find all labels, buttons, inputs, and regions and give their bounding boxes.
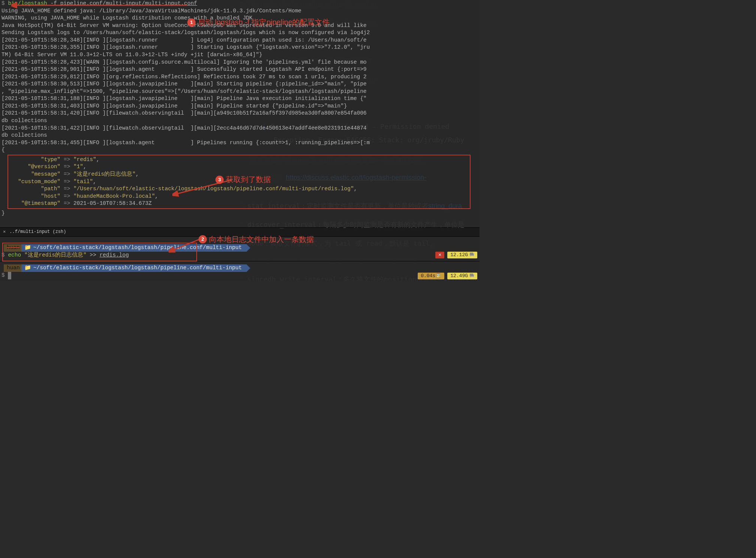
- json-brace: }: [1, 210, 478, 217]
- annotation-badge: 1: [187, 18, 196, 27]
- annotation-1: 1 启动 logstash -f 指定pipeline的配置文件: [187, 17, 330, 27]
- status-memory: 12.49G⛟: [447, 273, 477, 279]
- log-line: , "pipeline.max_inflight"=>1500, "pipeli…: [1, 88, 478, 95]
- log-line: [2021-05-10T15:58:28,348][INFO ][logstas…: [1, 37, 478, 44]
- json-kv-line: "@timestamp" => 2021-05-10T07:58:34.673Z: [8, 200, 470, 207]
- log-line: db collections: [1, 132, 478, 139]
- tab-close-icon[interactable]: ✕: [3, 229, 6, 235]
- tab-title[interactable]: ..f/multi-input (zsh): [9, 229, 66, 235]
- log-line: [2021-05-10T15:58:31,188][INFO ][logstas…: [1, 95, 478, 103]
- cursor-row[interactable]: $: [1, 272, 478, 279]
- log-line: db collections: [1, 117, 478, 125]
- log-line: TM) 64-Bit Server VM 11.0.3+12-LTS on 11…: [1, 51, 478, 59]
- log-line: Sending Logstash logs to /Users/huan/sof…: [1, 29, 478, 37]
- prompt-row: huan 📁~/soft/elastic-stack/logstash/logs…: [1, 264, 478, 272]
- log-line: [2021-05-10T15:58:29,812][INFO ][org.ref…: [1, 73, 478, 81]
- annotation-2: 2 向本地日志文件中加入一条数据: [199, 234, 314, 245]
- prompt-path: 📁~/soft/elastic-stack/logstash/logstash/…: [21, 264, 247, 272]
- json-kv-line: "@version" => "1",: [8, 163, 470, 171]
- log-line: [2021-05-10T15:58:31,455][INFO ][logstas…: [1, 139, 478, 147]
- status-memory: 12.12G⛟: [447, 252, 477, 258]
- prompt-path: 📁~/soft/elastic-stack/logstash/logstash/…: [21, 244, 247, 252]
- log-line: [2021-05-10T15:58:31,420][INFO ][filewat…: [1, 110, 478, 117]
- json-kv-line: "path" => "/Users/huan/soft/elastic-stac…: [8, 185, 470, 193]
- log-line: [2021-05-10T15:58:30,513][INFO ][logstas…: [1, 81, 478, 88]
- log-line: [2021-05-10T15:58:31,403][INFO ][logstas…: [1, 103, 478, 110]
- annotation-3: 3 获取到了数据: [215, 175, 271, 185]
- log-line: Using JAVA_HOME defined java: /Library/J…: [1, 7, 478, 15]
- json-kv-line: "type" => "redis",: [8, 156, 470, 164]
- status-time: 0.04s ⌛: [418, 273, 444, 279]
- log-line: [2021-05-10T15:58:28,901][INFO ][logstas…: [1, 66, 478, 73]
- terminal-top-pane[interactable]: $ bin/logstash -f pipeline.conf/multi-in…: [0, 0, 480, 227]
- terminal-bottom-pane[interactable]: huan 📁~/soft/elastic-stack/logstash/logs…: [0, 261, 480, 281]
- log-line: [2021-05-10T15:58:28,423][WARN ][logstas…: [1, 59, 478, 66]
- log-line: [2021-05-10T15:58:31,422][INFO ][filewat…: [1, 125, 478, 132]
- echo-command-row: $ echo "这是redis的日志信息" >> redis.log: [1, 252, 478, 259]
- status-error-icon: ✕: [435, 252, 444, 258]
- annotation-badge: 2: [199, 235, 207, 243]
- annotation-badge: 3: [215, 176, 224, 184]
- json-kv-line: "host" => "huandeMacBook-Pro.local",: [8, 193, 470, 200]
- command-line: $ bin/logstash -f pipeline.conf/multi-in…: [1, 0, 478, 7]
- prompt-row: huan 📁~/soft/elastic-stack/logstash/logs…: [1, 244, 478, 252]
- folder-icon: 📁: [24, 264, 31, 272]
- folder-icon: 📁: [24, 244, 31, 252]
- json-brace: {: [1, 146, 478, 154]
- log-line: [2021-05-10T15:58:28,355][INFO ][logstas…: [1, 44, 478, 51]
